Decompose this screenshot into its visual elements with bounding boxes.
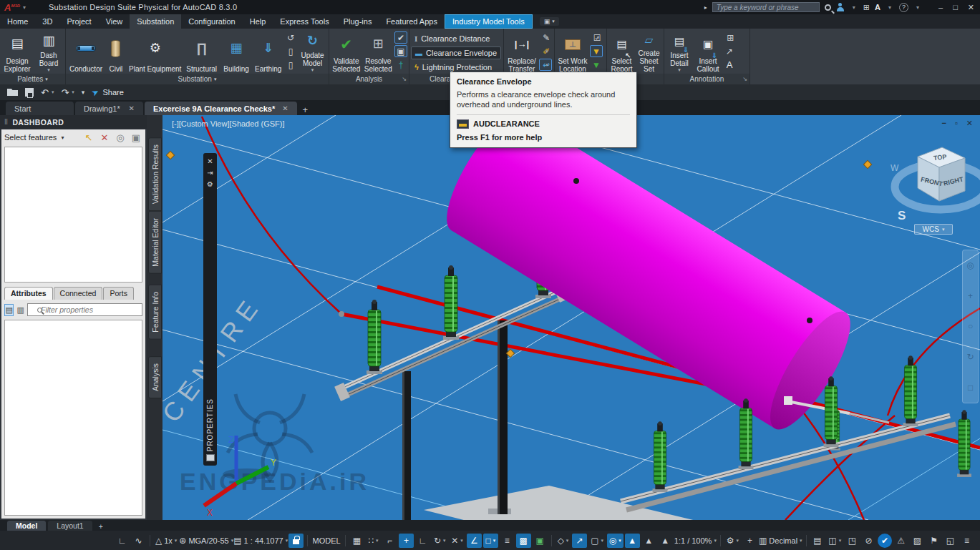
viewport-scale[interactable]: ▤1 : 44.1077▾	[234, 534, 287, 548]
wcs-button[interactable]: WCS▾	[914, 224, 953, 235]
close-button[interactable]: ✕	[968, 3, 974, 12]
filter-green-icon[interactable]: ▼	[590, 59, 603, 71]
menu-tab-3d[interactable]: 3D	[35, 14, 59, 29]
features-list[interactable]	[4, 147, 142, 283]
close-tab-icon[interactable]: ✕	[282, 104, 288, 112]
table-icon[interactable]: ⊞▾	[723, 31, 736, 44]
resolve-all-icon[interactable]: ▣	[394, 45, 407, 57]
menu-tab-express-tools[interactable]: Express Tools	[273, 14, 336, 29]
app-menu-caret-icon[interactable]: ▾	[23, 4, 26, 11]
concrete-pad[interactable]	[424, 486, 735, 520]
palettes-panel-footer[interactable]: Palettes▾	[0, 74, 65, 84]
set-work-location-button[interactable]: ⊥ Set Work Location	[556, 31, 589, 74]
filter-properties-input[interactable]	[27, 303, 142, 316]
autodesk-caret-icon[interactable]: ▾	[888, 4, 891, 11]
filter-group-icon[interactable]: ▥	[16, 304, 25, 316]
annotation-scale-button[interactable]: 1:1 / 100%▾	[674, 534, 717, 548]
side-tab-analysis[interactable]: Analysis	[148, 356, 162, 398]
help-search-input[interactable]	[712, 2, 820, 12]
select-features-dropdown[interactable]: Select features	[4, 133, 57, 142]
clean-screen-toggle[interactable]: ◱	[943, 534, 958, 548]
menu-tab-project[interactable]: Project	[59, 14, 98, 29]
select-add-icon[interactable]: ↖	[82, 132, 95, 143]
autodesk-app-icon[interactable]: A	[875, 3, 880, 11]
document-tab-start[interactable]: Start	[6, 102, 74, 115]
menu-tab-home[interactable]: Home	[0, 14, 35, 29]
side-tab-validation-results[interactable]: Validation Results	[148, 137, 162, 211]
selection-filter-toggle[interactable]: ▢▾	[588, 534, 606, 548]
annotation-visibility-toggle[interactable]: ▲	[625, 534, 640, 548]
graphics-performance-toggle[interactable]: ✔	[878, 534, 892, 548]
structural-button[interactable]: ∏ Structural	[184, 31, 220, 74]
substation-tool-icon[interactable]: ▯	[284, 59, 297, 71]
design-explorer-button[interactable]: ▤ Design Explorer	[1, 31, 33, 74]
autocad-logo-icon[interactable]: AM3D	[4, 2, 20, 13]
polar-tracking-toggle[interactable]: ↻▾	[432, 534, 447, 548]
coordinates-toggle[interactable]: ∟	[115, 534, 130, 548]
properties-close-icon[interactable]: ✕	[207, 156, 213, 167]
redo-icon[interactable]: ↷	[61, 87, 69, 98]
compass-west[interactable]: W	[891, 163, 899, 173]
document-tab-drawing1[interactable]: Drawing1*✕	[75, 102, 143, 115]
select-features-caret-icon[interactable]: ▾	[61, 134, 64, 141]
viewport-controls-label[interactable]: [-][Custom View][Shaded (GSF)]	[172, 119, 285, 128]
crosshair-toggle[interactable]: +	[742, 534, 757, 548]
save-icon[interactable]	[25, 88, 34, 97]
filter-list-toggle-icon[interactable]: ▤	[4, 304, 14, 316]
clearance-envelope-button[interactable]: ▬ Clearance Envelope	[411, 46, 501, 60]
graphics-shapes-toggle[interactable]: ◳	[845, 534, 860, 548]
undo-icon[interactable]: ↶	[41, 87, 49, 98]
menu-tab-featured-apps[interactable]: Featured Apps	[379, 14, 445, 29]
quick-properties-toggle[interactable]: ▤	[810, 534, 825, 548]
filter-add-icon[interactable]: ▼	[590, 45, 603, 57]
checklist-icon[interactable]: ☑▾	[590, 31, 603, 44]
object-snap-toggle[interactable]: □▾	[483, 534, 498, 548]
drawing-viewport[interactable]: CENTRE ENGPEDiA.iR	[162, 115, 980, 520]
attributes-list[interactable]	[4, 320, 142, 516]
help-caret-icon[interactable]: ▾	[916, 4, 919, 11]
open-file-icon[interactable]	[7, 89, 18, 96]
drawing-close-button[interactable]: ✕	[966, 119, 973, 128]
update-model-button[interactable]: ↻ Update Model▾	[298, 31, 327, 74]
building-button[interactable]: ▦ Building	[220, 31, 253, 74]
display-lock-toggle[interactable]: ◫▾	[827, 534, 844, 548]
angle-constraint-toggle[interactable]: ∠	[467, 534, 482, 548]
dashboard-header[interactable]: ‖ DASHBOARD	[0, 115, 147, 129]
properties-autohide-icon[interactable]: ⇥	[207, 167, 213, 179]
document-tab-excercise-9a-clearance-checks[interactable]: Excercise 9A Clearance Checks*✕	[145, 102, 297, 115]
palette-grip-icon[interactable]: ‖	[4, 118, 8, 126]
sign-in-icon[interactable]	[836, 3, 845, 11]
create-sheet-set-button[interactable]: ▱ Create Sheet Set	[636, 31, 662, 74]
validate-selected-button[interactable]: ✔ Validate Selected	[331, 31, 362, 74]
copy-features-icon[interactable]: ▣	[130, 132, 142, 143]
hardware-warning[interactable]: ⚠	[893, 534, 908, 548]
dynamic-ucs-toggle[interactable]: ↗	[572, 534, 587, 548]
menu-tab-substation[interactable]: Substation	[130, 14, 181, 29]
civil-button[interactable]: Civil	[105, 31, 127, 74]
share-button[interactable]: ➤Share	[92, 87, 123, 97]
leader-icon[interactable]: ↗	[723, 45, 736, 57]
annotation-autoscale-toggle[interactable]: ▲	[641, 534, 656, 548]
snap-mode-toggle[interactable]: ∷▾	[366, 534, 381, 548]
dashboard-tab-ports[interactable]: Ports	[103, 287, 134, 300]
menu-tab-plug-ins[interactable]: Plug-ins	[336, 14, 379, 29]
selection-cycling-toggle[interactable]: ▣	[533, 534, 548, 548]
image-warning[interactable]: ▨	[910, 534, 925, 548]
drawing-minimize-button[interactable]: −	[941, 119, 946, 128]
highlighter-icon[interactable]: ✐▾	[539, 45, 552, 57]
account-caret-icon[interactable]: ▾	[853, 4, 855, 11]
minimize-button[interactable]: –	[938, 3, 943, 12]
ucs-toggle[interactable]: ∟	[415, 534, 430, 548]
3d-osnap-toggle[interactable]: ◇▾	[556, 534, 571, 548]
validate-all-icon[interactable]: ✔	[394, 31, 407, 44]
side-tab-material-editor[interactable]: Material Editor	[148, 211, 162, 274]
clearance-distance-button[interactable]: I Clearance Distance	[411, 32, 501, 46]
panel-launcher-icon[interactable]: ↘	[402, 76, 407, 82]
search-icon[interactable]	[825, 4, 831, 11]
dynamic-input-toggle[interactable]: +	[399, 534, 414, 548]
resolve-selected-button[interactable]: ⊞ Resolve Selected	[363, 31, 394, 74]
model-space-button[interactable]: MODEL	[311, 534, 341, 548]
dashboard-tab-connected[interactable]: Connected	[54, 287, 103, 300]
substation-tool-icon[interactable]: ▯	[284, 45, 297, 57]
analysis-panel-footer[interactable]: Analysis↘	[329, 74, 409, 84]
